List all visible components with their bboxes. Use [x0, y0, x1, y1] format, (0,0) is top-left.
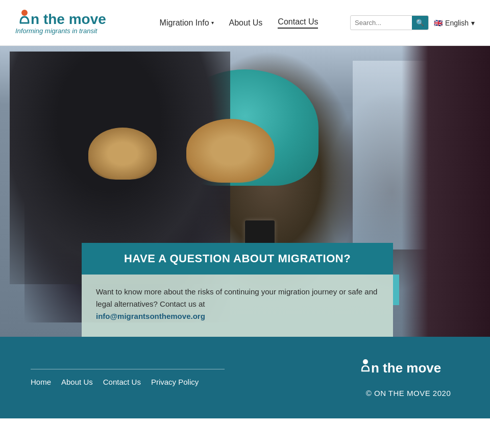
svg-text:Informing migrants in transit: Informing migrants in transit: [15, 27, 98, 35]
figure-right: [402, 46, 490, 337]
search-button[interactable]: 🔍: [412, 16, 428, 30]
card-accent: [393, 275, 399, 305]
chevron-down-icon: ▾: [211, 20, 214, 26]
footer-link-home[interactable]: Home: [31, 378, 51, 386]
hero-section: HAVE A QUESTION ABOUT MIGRATION? Want to…: [0, 46, 490, 337]
footer-links: Home About Us Contact Us Privacy Policy: [31, 378, 225, 386]
svg-text:n the move: n the move: [371, 360, 441, 376]
face-center: [186, 119, 275, 183]
language-selector[interactable]: 🇬🇧 English ▾: [434, 19, 475, 27]
chevron-down-icon: ▾: [471, 19, 475, 27]
search-input[interactable]: [351, 16, 412, 29]
search-box: 🔍: [350, 15, 429, 30]
nav-migration-info[interactable]: Migration Info ▾: [160, 18, 214, 28]
site-footer: Home About Us Contact Us Privacy Policy …: [0, 337, 490, 418]
card-body-text: Want to know more about the risks of con…: [96, 287, 377, 308]
footer-divider: [31, 369, 225, 369]
footer-copyright: © ON THE MOVE 2020: [366, 389, 451, 397]
contact-email-link[interactable]: info@migrantsonthemove.org: [96, 312, 205, 320]
footer-right: n the move © ON THE MOVE 2020: [357, 358, 459, 397]
card-title: HAVE A QUESTION ABOUT MIGRATION?: [82, 243, 393, 275]
header-right: 🔍 🇬🇧 English ▾: [350, 15, 475, 30]
footer-link-about[interactable]: About Us: [61, 378, 93, 386]
logo-svg: n the move Informing migrants in transit: [15, 9, 128, 37]
card-body: Want to know more about the risks of con…: [82, 275, 393, 337]
svg-text:n the move: n the move: [31, 11, 106, 27]
svg-point-4: [363, 359, 368, 364]
question-card: HAVE A QUESTION ABOUT MIGRATION? Want to…: [82, 243, 393, 337]
footer-left: Home About Us Contact Us Privacy Policy: [31, 369, 225, 386]
search-icon: 🔍: [416, 19, 424, 27]
main-nav: Migration Info ▾ About Us Contact Us: [160, 17, 318, 29]
flag-icon: 🇬🇧: [434, 19, 443, 27]
footer-logo: n the move: [357, 358, 459, 384]
site-header: n the move Informing migrants in transit…: [0, 0, 490, 46]
nav-about-us[interactable]: About Us: [229, 18, 263, 28]
face-left: [88, 128, 157, 180]
logo-area[interactable]: n the move Informing migrants in transit: [15, 9, 128, 37]
nav-contact-us[interactable]: Contact Us: [278, 17, 318, 29]
footer-link-privacy[interactable]: Privacy Policy: [151, 378, 199, 386]
svg-point-0: [21, 10, 28, 16]
footer-link-contact[interactable]: Contact Us: [103, 378, 141, 386]
